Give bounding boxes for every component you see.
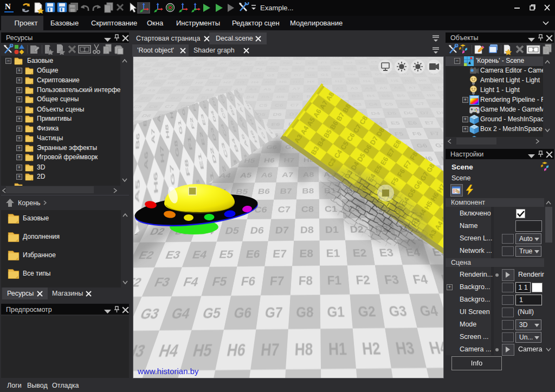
svg-text:www.historian.by: www.historian.by bbox=[137, 367, 199, 376]
